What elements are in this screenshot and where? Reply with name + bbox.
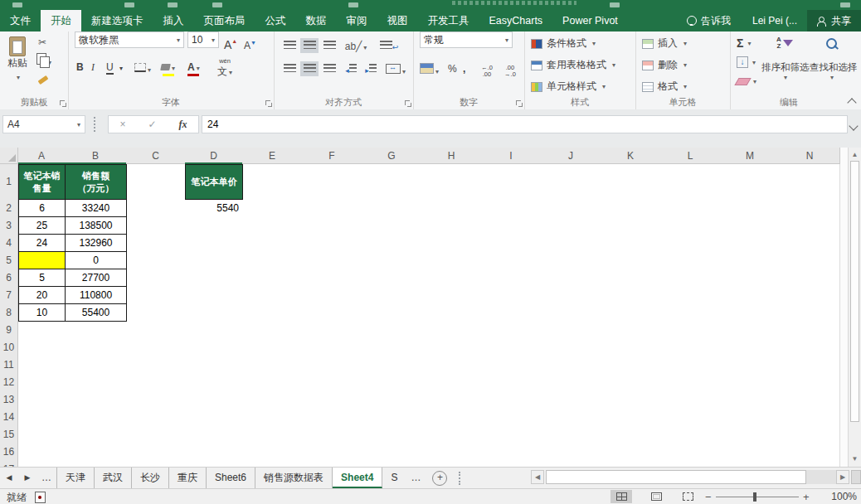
cell-B6[interactable]: 27700	[65, 269, 127, 287]
column-header-M[interactable]: M	[720, 148, 781, 164]
italic-button[interactable]: I	[91, 61, 95, 74]
sheet-tab-长沙[interactable]: 长沙	[132, 468, 169, 488]
row-header-11[interactable]: 11	[0, 356, 18, 374]
formula-input[interactable]: 24	[202, 115, 848, 133]
clear-button[interactable]: ▾	[737, 78, 756, 85]
column-header-N[interactable]: N	[780, 148, 840, 164]
cell-A4[interactable]: 24	[18, 234, 66, 252]
enter-button[interactable]: ✓	[148, 119, 156, 130]
column-header-F[interactable]: F	[302, 148, 362, 164]
cell-A8[interactable]: 10	[18, 303, 66, 322]
fill-color-button[interactable]: ▾	[161, 61, 175, 76]
sheet-tab-重庆[interactable]: 重庆	[169, 468, 207, 488]
app-tab-文件[interactable]: 文件	[0, 10, 41, 32]
vertical-scrollbar[interactable]: ▲ ▼	[848, 148, 861, 467]
wrap-text-button[interactable]: ↩	[378, 38, 400, 53]
app-tab-开始[interactable]: 开始	[41, 10, 81, 32]
zoom-slider-thumb[interactable]	[753, 492, 756, 502]
column-header-J[interactable]: J	[541, 148, 601, 164]
select-all-button[interactable]	[0, 148, 18, 164]
phonetic-button[interactable]: wén 文▾	[217, 58, 232, 79]
column-header-D[interactable]: D	[185, 148, 243, 164]
page-layout-view-button[interactable]	[645, 490, 667, 503]
scroll-down-arrow[interactable]: ▼	[850, 454, 859, 463]
zoom-in-button[interactable]: +	[803, 491, 810, 503]
quick-access-icon[interactable]	[212, 2, 222, 7]
borders-button[interactable]: ▾	[134, 63, 151, 75]
expand-formula-bar-button[interactable]	[849, 121, 858, 130]
cell-A5[interactable]	[18, 251, 66, 269]
row-header-12[interactable]: 12	[0, 373, 18, 391]
column-header-C[interactable]: C	[126, 148, 186, 164]
app-tab-新建选项卡[interactable]: 新建选项卡	[81, 10, 153, 32]
app-tab-审阅[interactable]: 审阅	[337, 10, 377, 32]
cell-B4[interactable]: 132960	[65, 234, 127, 252]
cell-A6[interactable]: 5	[18, 269, 66, 287]
app-tab-EasyCharts[interactable]: EasyCharts	[479, 10, 553, 32]
cell-A7[interactable]: 20	[18, 286, 66, 304]
format-painter-button[interactable]	[38, 73, 48, 85]
number-dialog-launcher[interactable]	[515, 99, 523, 107]
align-center-button[interactable]	[300, 61, 319, 76]
zoom-slider-track[interactable]	[716, 497, 799, 497]
decrease-decimal-button[interactable]: .00 →.0	[499, 65, 521, 78]
add-sheet-button[interactable]: +	[432, 471, 447, 486]
underline-button[interactable]: U	[106, 61, 114, 75]
font-name-combo[interactable]: 微软雅黑▾	[75, 32, 184, 48]
quick-access-icon[interactable]	[12, 2, 22, 7]
align-right-button[interactable]	[320, 61, 338, 76]
row-header-5[interactable]: 5	[0, 251, 18, 269]
row-header-7[interactable]: 7	[0, 286, 18, 304]
cell-D1[interactable]: 笔记本单价	[185, 164, 243, 200]
middle-align-button[interactable]	[300, 38, 319, 53]
sheet-nav-right-icon[interactable]: ▶	[18, 468, 36, 488]
horizontal-scroll-thumb[interactable]	[546, 470, 806, 484]
row-header-8[interactable]: 8	[0, 303, 18, 322]
horizontal-scroll-track[interactable]	[806, 470, 836, 484]
sort-filter-button[interactable]: AZ 排序和筛选 ▾	[761, 36, 808, 81]
sheet-tab-Sheet4[interactable]: Sheet4	[333, 468, 382, 488]
row-header-9[interactable]: 9	[0, 321, 18, 339]
fill-button[interactable]: ↓▾	[737, 56, 756, 68]
formula-bar-handle[interactable]	[94, 117, 95, 132]
tab-split-handle[interactable]	[851, 470, 861, 484]
sheet-tab-销售源数据表[interactable]: 销售源数据表	[255, 468, 333, 488]
sheet-overflow-left[interactable]: …	[36, 468, 56, 488]
row-header-1[interactable]: 1	[0, 164, 18, 200]
cell-B3[interactable]: 138500	[65, 216, 127, 235]
sheet-tab-天津[interactable]: 天津	[56, 468, 95, 488]
increase-font-button[interactable]: A▲	[224, 38, 237, 51]
format-cells-button[interactable]: 格式▾	[642, 80, 687, 94]
row-header-2[interactable]: 2	[0, 199, 18, 217]
app-tab-开发工具[interactable]: 开发工具	[418, 10, 479, 32]
insert-cells-button[interactable]: 插入▾	[642, 36, 687, 51]
increase-decimal-button[interactable]: ←.0 .00	[476, 65, 498, 78]
column-header-E[interactable]: E	[242, 148, 303, 164]
conditional-formatting-button[interactable]: 条件格式▾	[531, 36, 596, 51]
quick-access-icon[interactable]	[840, 2, 850, 7]
cell-B7[interactable]: 110800	[65, 286, 127, 304]
column-header-G[interactable]: G	[362, 148, 422, 164]
cut-button[interactable]: ✂	[38, 36, 46, 48]
row-header-4[interactable]: 4	[0, 234, 18, 252]
cell-styles-button[interactable]: 单元格样式▾	[531, 80, 606, 94]
accounting-format-button[interactable]: ▾	[420, 63, 439, 76]
name-box[interactable]: A4▾	[2, 115, 85, 133]
cell-B2[interactable]: 33240	[65, 199, 127, 217]
app-tab-页面布局[interactable]: 页面布局	[194, 10, 255, 32]
share-button[interactable]: 共享	[807, 10, 861, 32]
column-header-B[interactable]: B	[65, 148, 127, 164]
autosum-button[interactable]: Σ▾	[737, 36, 751, 50]
zoom-out-button[interactable]: −	[705, 491, 712, 503]
insert-function-button[interactable]: fx	[179, 119, 187, 131]
copy-button[interactable]: ▾	[36, 53, 51, 67]
bottom-align-button[interactable]	[320, 38, 338, 53]
column-header-H[interactable]: H	[421, 148, 482, 164]
row-header-13[interactable]: 13	[0, 390, 18, 409]
app-tab-Power Pivot[interactable]: Power Pivot	[552, 10, 628, 32]
align-left-button[interactable]	[280, 61, 299, 76]
decrease-indent-button[interactable]: ◂	[342, 61, 360, 76]
row-header-15[interactable]: 15	[0, 425, 18, 443]
vertical-scroll-thumb[interactable]	[850, 161, 859, 422]
scroll-up-arrow[interactable]: ▲	[850, 150, 859, 159]
